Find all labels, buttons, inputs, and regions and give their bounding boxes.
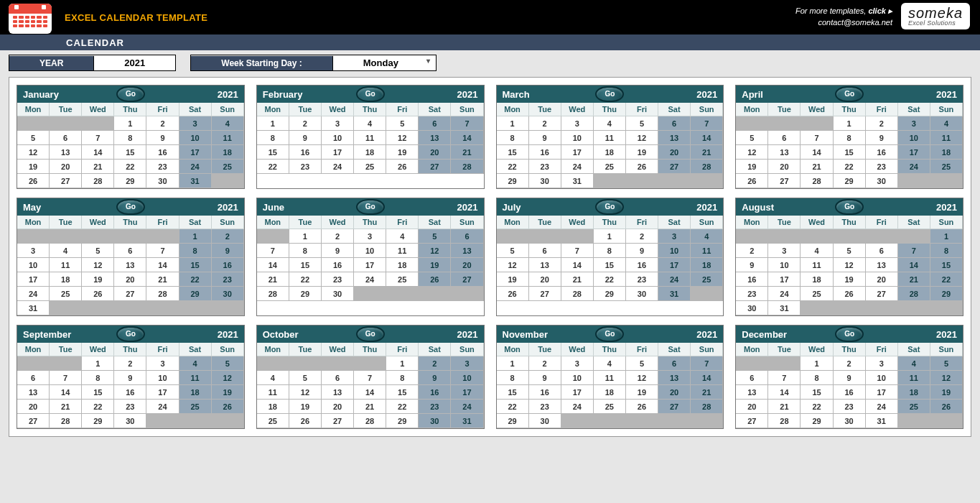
day-cell[interactable] [898,414,930,428]
day-cell[interactable]: 7 [691,356,723,371]
day-cell[interactable] [451,287,483,301]
day-cell[interactable]: 15 [594,258,626,272]
day-cell[interactable]: 18 [354,145,386,160]
day-cell[interactable]: 16 [146,145,179,160]
day-cell[interactable]: 17 [146,385,179,400]
day-cell[interactable]: 14 [146,258,179,272]
day-cell[interactable]: 18 [691,258,723,272]
day-cell[interactable]: 4 [179,356,212,371]
day-cell[interactable]: 17 [768,272,801,287]
day-cell[interactable]: 2 [212,229,244,244]
contact-email[interactable]: contact@someka.net [795,17,892,28]
day-cell[interactable]: 24 [561,400,594,414]
day-cell[interactable]: 5 [626,116,658,131]
day-cell[interactable] [17,356,50,371]
day-cell[interactable]: 21 [50,400,82,414]
day-cell[interactable]: 2 [289,116,322,131]
day-cell[interactable]: 25 [594,160,626,174]
day-cell[interactable]: 24 [17,287,50,301]
day-cell[interactable]: 20 [736,400,768,414]
day-cell[interactable]: 5 [626,356,658,371]
day-cell[interactable]: 1 [497,116,529,131]
day-cell[interactable]: 26 [212,400,244,414]
day-cell[interactable]: 12 [386,131,419,145]
day-cell[interactable] [17,116,50,131]
day-cell[interactable] [82,229,114,244]
day-cell[interactable] [930,301,963,315]
day-cell[interactable]: 28 [768,414,801,428]
day-cell[interactable]: 8 [257,131,289,145]
day-cell[interactable]: 1 [497,356,529,371]
day-cell[interactable]: 17 [354,258,386,272]
day-cell[interactable]: 2 [866,116,898,131]
day-cell[interactable]: 25 [898,400,930,414]
day-cell[interactable]: 4 [354,116,386,131]
day-cell[interactable] [930,174,963,188]
day-cell[interactable]: 9 [736,258,768,272]
day-cell[interactable]: 1 [257,116,289,131]
day-cell[interactable]: 2 [736,244,768,258]
day-cell[interactable]: 4 [594,356,626,371]
day-cell[interactable]: 13 [866,258,898,272]
day-cell[interactable] [50,356,82,371]
day-cell[interactable]: 2 [419,356,451,371]
day-cell[interactable]: 29 [179,287,212,301]
day-cell[interactable] [82,116,114,131]
day-cell[interactable]: 26 [626,160,658,174]
day-cell[interactable]: 31 [866,414,898,428]
day-cell[interactable]: 27 [768,174,801,188]
day-cell[interactable]: 23 [866,160,898,174]
day-cell[interactable]: 17 [898,145,930,160]
day-cell[interactable] [257,356,289,371]
day-cell[interactable]: 19 [930,385,963,400]
day-cell[interactable]: 10 [658,244,691,258]
day-cell[interactable]: 8 [179,244,212,258]
day-cell[interactable]: 4 [386,229,419,244]
day-cell[interactable]: 13 [17,385,50,400]
day-cell[interactable]: 6 [658,116,691,131]
day-cell[interactable]: 1 [801,356,833,371]
day-cell[interactable]: 29 [497,414,529,428]
day-cell[interactable]: 21 [691,145,723,160]
day-cell[interactable]: 1 [114,116,146,131]
day-cell[interactable]: 12 [289,385,322,400]
day-cell[interactable] [768,229,801,244]
day-cell[interactable]: 21 [146,272,179,287]
day-cell[interactable]: 10 [561,371,594,385]
day-cell[interactable] [50,116,82,131]
day-cell[interactable]: 12 [82,258,114,272]
day-cell[interactable]: 16 [419,385,451,400]
day-cell[interactable]: 23 [322,272,354,287]
day-cell[interactable]: 14 [257,258,289,272]
day-cell[interactable] [146,229,179,244]
day-cell[interactable]: 26 [419,272,451,287]
day-cell[interactable]: 2 [834,356,866,371]
day-cell[interactable]: 31 [17,301,50,315]
day-cell[interactable]: 6 [17,371,50,385]
day-cell[interactable]: 1 [289,229,322,244]
day-cell[interactable]: 23 [529,400,561,414]
day-cell[interactable]: 17 [17,272,50,287]
day-cell[interactable]: 22 [834,160,866,174]
day-cell[interactable]: 26 [17,174,50,188]
day-cell[interactable]: 25 [691,272,723,287]
day-cell[interactable]: 30 [114,414,146,428]
day-cell[interactable]: 7 [146,244,179,258]
go-button[interactable]: Go [356,86,385,102]
day-cell[interactable]: 6 [451,229,483,244]
day-cell[interactable]: 25 [50,287,82,301]
day-cell[interactable] [736,116,768,131]
day-cell[interactable] [594,414,626,428]
day-cell[interactable]: 21 [451,145,483,160]
day-cell[interactable]: 31 [658,287,691,301]
day-cell[interactable]: 3 [561,116,594,131]
day-cell[interactable]: 16 [322,258,354,272]
day-cell[interactable] [834,301,866,315]
day-cell[interactable] [626,414,658,428]
go-button[interactable]: Go [116,199,145,215]
day-cell[interactable]: 15 [497,385,529,400]
day-cell[interactable]: 24 [354,272,386,287]
day-cell[interactable]: 25 [354,160,386,174]
day-cell[interactable]: 3 [561,356,594,371]
day-cell[interactable]: 4 [801,244,833,258]
